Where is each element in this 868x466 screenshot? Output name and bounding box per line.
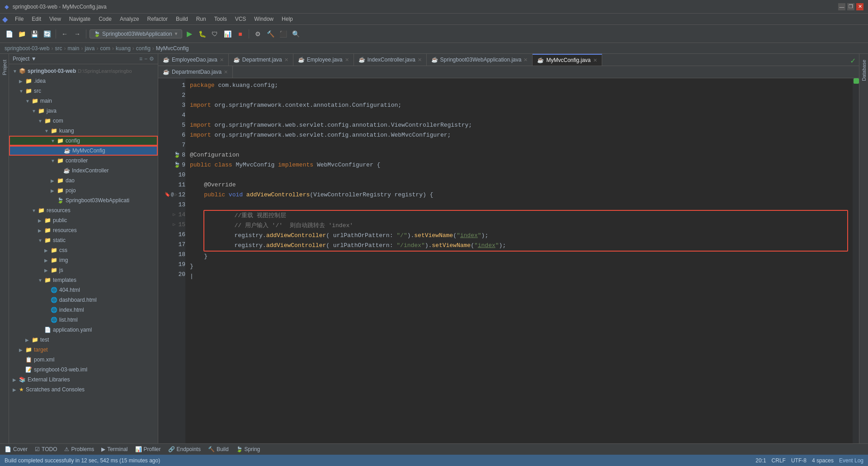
bottom-tab-problems[interactable]: ⚠ Problems [64,446,94,452]
menu-analyze[interactable]: Analyze [116,15,143,23]
menu-build[interactable]: Build [172,15,192,23]
tree-public[interactable]: ▶ 📁 public [9,215,158,225]
tree-list[interactable]: ▶ 🌐 list.html [9,315,158,325]
tree-dao[interactable]: ▶ 📁 dao [9,176,158,185]
indent-info[interactable]: 4 spaces [812,457,834,464]
tree-templates[interactable]: ▼ 📁 templates [9,275,158,285]
menu-tools[interactable]: Tools [211,15,231,23]
cursor-position[interactable]: 20:1 [755,457,766,464]
stop-button[interactable]: ■ [235,29,245,39]
breadcrumb-java[interactable]: java [85,45,94,52]
tree-404[interactable]: ▶ 🌐 404.html [9,285,158,295]
tree-js[interactable]: ▶ 📁 js [9,265,158,275]
bottom-tab-profiler[interactable]: 📊 Profiler [135,446,161,452]
bottom-tab-spring[interactable]: 🍃 Spring [236,446,260,452]
bottom-tab-cover[interactable]: 📄 Cover [5,446,28,452]
menu-refactor[interactable]: Refactor [144,15,171,23]
run-with-coverage-button[interactable]: 🛡 [209,29,220,39]
event-log-link[interactable]: Event Log [839,457,863,464]
tree-idea[interactable]: ▶ 📁 .idea [9,76,158,86]
tree-root[interactable]: ▼ 📦 springboot-03-web D:\SpringLearn\spr… [9,66,158,76]
tree-src[interactable]: ▼ 📁 src [9,86,158,96]
tab-indexcontroller[interactable]: ☕ IndexController.java ✕ [354,54,427,66]
open-button[interactable]: 📁 [16,29,27,39]
debug-button[interactable]: 🐛 [197,29,208,39]
tab-departmentdao[interactable]: ☕ DepartmentDao.java ✕ [158,66,233,78]
breadcrumb-config[interactable]: config [136,45,151,52]
hide-panel-icon[interactable]: − [144,56,147,62]
breadcrumb-com[interactable]: com [100,45,110,52]
tab-employee-close[interactable]: ✕ [345,57,349,63]
run-config-dropdown[interactable]: 🍃 Springboot03WebApplication ▼ [90,29,182,38]
tree-java[interactable]: ▼ 📁 java [9,106,158,116]
search-button[interactable]: 🔍 [290,29,301,39]
tree-config[interactable]: ▼ 📁 config [9,136,158,146]
tree-resources-inner[interactable]: ▶ 📁 resources [9,225,158,235]
collapse-all-icon[interactable]: ≡ [139,56,142,62]
tab-mymvcconfig-close[interactable]: ✕ [593,57,597,63]
breadcrumb-kuang[interactable]: kuang [116,45,131,52]
tree-mymvcconfig[interactable]: ▶ ☕ MyMvcConfig [9,146,158,156]
tree-test[interactable]: ▶ 📁 test [9,335,158,345]
tree-external-libs[interactable]: ▶ 📚 External Libraries [9,375,158,385]
tree-dashboard[interactable]: ▶ 🌐 dashboard.html [9,295,158,305]
sidebar-database-label[interactable]: Database [860,56,868,85]
menu-window[interactable]: Window [250,15,277,23]
tree-yaml[interactable]: ▶ 📄 application.yaml [9,325,158,335]
menu-help[interactable]: Help [278,15,297,23]
menu-code[interactable]: Code [95,15,115,23]
tree-kuang[interactable]: ▼ 📁 kuang [9,126,158,136]
build-tool-button[interactable]: 🔨 [265,29,276,39]
tab-indexcontroller-close[interactable]: ✕ [418,57,422,63]
tree-resources[interactable]: ▼ 📁 resources [9,205,158,215]
tree-iml[interactable]: ▶ 📝 springboot-03-web.iml [9,365,158,375]
tree-com[interactable]: ▼ 📁 com [9,116,158,126]
file-charset[interactable]: UTF-8 [791,457,807,464]
profile-button[interactable]: 📊 [222,29,233,39]
settings-panel-icon[interactable]: ⚙ [149,56,154,62]
breadcrumb-root[interactable]: springboot-03-web [5,45,49,52]
tree-img[interactable]: ▶ 📁 img [9,255,158,265]
tab-mymvcconfig[interactable]: ☕ MyMvcConfig.java ✕ [533,54,602,66]
tree-springbootapp[interactable]: ▶ 🍃 Springboot03WebApplicati [9,195,158,205]
open-terminal-button[interactable]: ⬛ [278,29,288,39]
code-editor[interactable]: 1 2 3 4 5 6 7 🍃8 🍃9 10 11 🔖 @ ▷ [158,78,859,443]
forward-button[interactable]: → [72,29,83,39]
new-file-button[interactable]: 📄 [4,29,14,39]
title-bar-controls[interactable]: — ❐ ✕ [838,3,863,10]
breadcrumb-main[interactable]: main [67,45,79,52]
menu-file[interactable]: File [11,15,27,23]
tab-springbootapp-close[interactable]: ✕ [524,57,528,63]
menu-run[interactable]: Run [193,15,210,23]
code-content[interactable]: package com.kuang.config; import org.spr… [185,78,853,443]
tree-target[interactable]: ▶ 📁 target [9,345,158,355]
tab-departmentdao-close[interactable]: ✕ [224,69,228,75]
back-button[interactable]: ← [59,29,70,39]
tree-pom[interactable]: ▶ 📋 pom.xml [9,355,158,365]
tab-springbootapp[interactable]: ☕ Springboot03WebApplication.java ✕ [427,54,533,66]
sync-button[interactable]: 🔄 [42,29,52,39]
menu-navigate[interactable]: Navigate [66,15,94,23]
tree-index[interactable]: ▶ 🌐 index.html [9,305,158,315]
maximize-button[interactable]: ❐ [847,3,854,10]
tab-employee[interactable]: ☕ Employee.java ✕ [293,54,354,66]
tab-department-close[interactable]: ✕ [284,57,288,63]
bottom-tab-endpoints[interactable]: 🔗 Endpoints [168,446,201,452]
sidebar-project-label[interactable]: Project [1,56,8,79]
tab-employeedao[interactable]: ☕ EmployeeDao.java ✕ [158,54,229,66]
menu-view[interactable]: View [46,15,65,23]
tab-employeedao-close[interactable]: ✕ [220,57,224,63]
tree-static[interactable]: ▼ 📁 static [9,235,158,245]
run-button[interactable]: ▶ [184,29,195,39]
minimize-button[interactable]: — [838,3,845,10]
tree-css[interactable]: ▶ 📁 css [9,245,158,255]
breadcrumb-src[interactable]: src [55,45,62,52]
tree-controller[interactable]: ▼ 📁 controller [9,156,158,166]
bottom-tab-build[interactable]: 🔨 Build [208,446,229,452]
bottom-tab-terminal[interactable]: ▶ Terminal [101,446,127,452]
close-button[interactable]: ✕ [856,3,863,10]
line-ending[interactable]: CRLF [772,457,786,464]
bottom-tab-todo[interactable]: ☑ TODO [35,446,57,452]
menu-vcs[interactable]: VCS [231,15,250,23]
tree-main[interactable]: ▼ 📁 main [9,96,158,106]
